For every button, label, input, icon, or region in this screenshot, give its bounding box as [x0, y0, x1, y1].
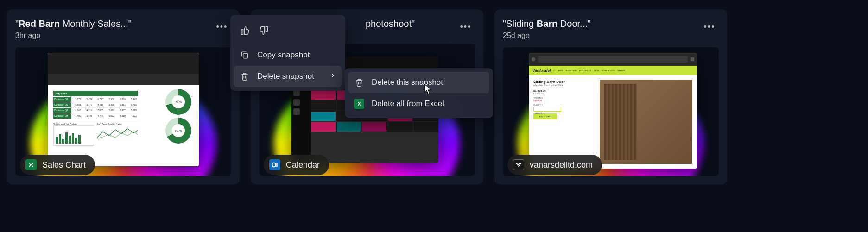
more-options-button[interactable]: ••• — [700, 18, 719, 36]
outlook-icon — [269, 159, 280, 170]
excel-window-preview: Daily Sales Contoso - Q1 5,176 5,424 6,7… — [48, 53, 199, 166]
menu-item-delete-this-snapshot[interactable]: Delete this snapshot — [348, 72, 489, 93]
menu-item-label: Copy snapshot — [257, 50, 310, 60]
ellipsis-icon: ••• — [216, 22, 228, 32]
donut-chart — [165, 89, 191, 115]
trash-icon — [240, 71, 250, 82]
thumbs-down-button[interactable] — [255, 22, 272, 39]
menu-item-label: Delete snapshot — [257, 72, 314, 81]
trash-icon — [354, 77, 364, 88]
snapshot-card[interactable]: "Red Barn Monthly Sales..." 3hr ago ••• … — [7, 9, 240, 184]
card-title-block: "Red Barn Monthly Sales..." 3hr ago — [15, 18, 132, 40]
ellipsis-icon: ••• — [704, 22, 716, 32]
website-icon — [513, 159, 524, 170]
thumbs-up-button[interactable] — [237, 22, 253, 39]
context-submenu: Delete this snapshot X Delete all from E… — [345, 68, 493, 118]
snapshot-card[interactable]: "Sliding Barn Door..." 25d ago ••• VanAr — [494, 9, 727, 184]
menu-item-label: Delete all from Excel — [372, 99, 444, 108]
app-badge: Calendar — [264, 155, 329, 175]
more-options-button[interactable]: ••• — [456, 18, 475, 36]
thumbs-down-icon — [259, 25, 269, 36]
badge-label: Sales Chart — [42, 160, 86, 170]
snapshot-title: "Sliding Barn Door..." — [503, 18, 591, 30]
thumbs-up-icon — [240, 25, 250, 36]
excel-icon — [25, 159, 37, 170]
table-row: Contoso - Q2 6,501 3,972 4,488 3,996 5,9… — [53, 102, 138, 108]
chevron-right-icon — [329, 72, 336, 81]
badge-label: Calendar — [286, 160, 320, 170]
svg-rect-2 — [243, 54, 248, 58]
mouse-cursor-icon — [424, 83, 434, 95]
copy-icon — [240, 50, 250, 60]
app-badge: vanarsdelltd.com — [507, 155, 602, 175]
snapshot-title: "Red Barn Monthly Sales..." — [15, 18, 132, 30]
svg-point-0 — [272, 163, 276, 167]
menu-item-copy-snapshot[interactable]: Copy snapshot — [234, 44, 342, 66]
bar-chart — [53, 125, 94, 146]
feedback-row — [234, 19, 342, 44]
browser-window-preview: VanArsdel CLOTHING FURNITURE APPLIANCES … — [529, 53, 697, 169]
table-row: Contoso - Q3 6,168 4,819 7,023 5,072 3,8… — [53, 108, 138, 113]
menu-item-delete-all-from-excel[interactable]: X Delete all from Excel — [348, 93, 489, 114]
app-badge: Sales Chart — [20, 155, 95, 175]
snapshot-time: 25d ago — [503, 31, 591, 40]
card-header: "Sliding Barn Door..." 25d ago ••• — [503, 18, 719, 40]
excel-icon: X — [354, 99, 364, 109]
ellipsis-icon: ••• — [460, 22, 472, 32]
badge-label: vanarsdelltd.com — [530, 160, 593, 170]
table-row: Contoso - Q1 5,176 5,424 6,700 5,568 6,8… — [53, 97, 138, 102]
table-row: Contoso - Q4 7,480 3,648 4,775 5,022 4,8… — [53, 113, 138, 119]
donut-chart — [165, 118, 191, 144]
line-chart — [97, 125, 138, 142]
context-menu: Copy snapshot Delete snapshot — [230, 15, 345, 91]
snapshot-time: 3hr ago — [15, 31, 132, 40]
more-options-button[interactable]: ••• — [213, 18, 231, 36]
svg-rect-1 — [275, 163, 278, 167]
snapshot-title: photoshoot" — [366, 18, 415, 30]
card-header: "Red Barn Monthly Sales..." 3hr ago ••• — [15, 18, 231, 40]
menu-item-delete-snapshot[interactable]: Delete snapshot — [234, 66, 342, 87]
product-image — [600, 80, 692, 164]
card-title-block: "Sliding Barn Door..." 25d ago — [503, 18, 591, 40]
